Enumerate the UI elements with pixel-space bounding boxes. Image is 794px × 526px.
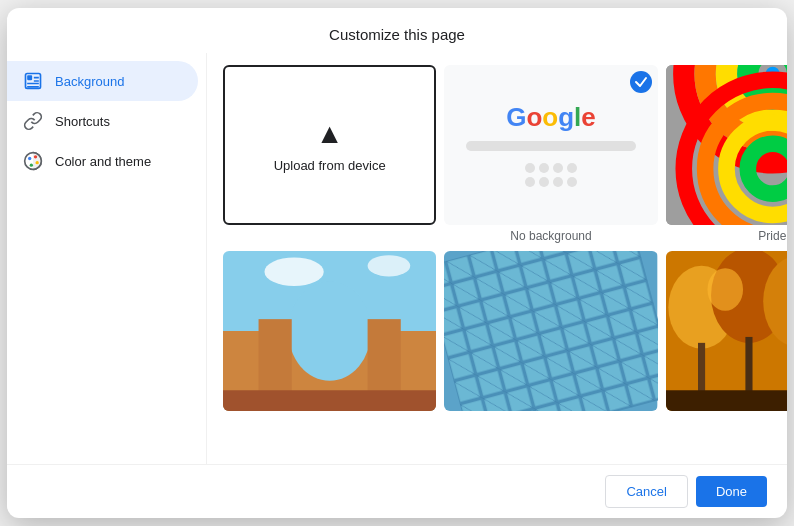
content-area: ▲ Upload from device Google [207, 53, 787, 464]
shortcuts-icon [23, 111, 43, 131]
upload-card-inner: ▲ Upload from device [223, 65, 436, 225]
autumn-trees-card[interactable] [666, 251, 787, 411]
sidebar-item-color-theme[interactable]: Color and theme [7, 141, 198, 181]
svg-point-23 [368, 255, 411, 276]
dialog-footer: Cancel Done [7, 464, 787, 518]
pride-card[interactable]: Pride [666, 65, 787, 243]
sidebar-item-shortcuts-label: Shortcuts [55, 114, 110, 129]
pride-card-inner [666, 65, 787, 225]
no-background-card[interactable]: Google No background [444, 65, 657, 243]
done-button[interactable]: Done [696, 476, 767, 507]
upload-label: Upload from device [274, 158, 386, 173]
svg-point-45 [707, 268, 743, 311]
svg-rect-1 [27, 75, 32, 80]
dots-row-1 [525, 163, 577, 173]
no-background-label: No background [444, 229, 657, 243]
sidebar-item-background-label: Background [55, 74, 124, 89]
upload-icon: ▲ [316, 118, 344, 150]
dots-row-2 [525, 177, 577, 187]
svg-point-7 [28, 157, 31, 160]
svg-point-8 [34, 155, 37, 158]
sidebar-item-background[interactable]: Background [7, 61, 198, 101]
svg-point-25 [288, 281, 371, 381]
sidebar: Background Shortcuts [7, 53, 207, 464]
dialog-body: Background Shortcuts [7, 53, 787, 464]
selected-check-badge [630, 71, 652, 93]
svg-rect-33 [444, 251, 657, 411]
color-theme-icon [23, 151, 43, 171]
cancel-button[interactable]: Cancel [605, 475, 687, 508]
svg-point-9 [36, 161, 39, 164]
sidebar-item-color-theme-label: Color and theme [55, 154, 151, 169]
google-logo: Google [506, 102, 596, 133]
no-background-card-inner: Google [444, 65, 657, 225]
upload-card[interactable]: ▲ Upload from device [223, 65, 436, 243]
pride-label: Pride [666, 229, 787, 243]
background-icon [23, 71, 43, 91]
glass-building-card-inner [444, 251, 657, 411]
svg-rect-28 [223, 390, 436, 411]
arch-card[interactable] [223, 251, 436, 411]
customize-dialog: Customize this page Background [7, 8, 787, 518]
svg-point-22 [264, 258, 323, 286]
svg-rect-44 [666, 390, 787, 411]
dialog-title: Customize this page [7, 8, 787, 53]
search-bar-mock [466, 141, 637, 151]
svg-point-10 [30, 164, 33, 167]
background-grid: ▲ Upload from device Google [223, 65, 771, 411]
arch-card-inner [223, 251, 436, 411]
glass-building-card[interactable] [444, 251, 657, 411]
autumn-trees-card-inner [666, 251, 787, 411]
sidebar-item-shortcuts[interactable]: Shortcuts [7, 101, 198, 141]
